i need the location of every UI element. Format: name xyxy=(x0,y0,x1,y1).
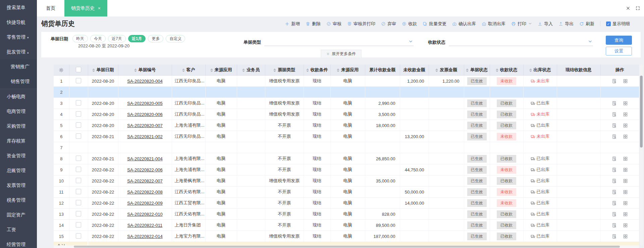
select-all-checkbox[interactable] xyxy=(76,67,81,72)
toolbar-button-审核[interactable]: 审核 xyxy=(326,21,341,27)
table-row-2[interactable]: 2 xyxy=(54,87,639,98)
search-button[interactable]: 查询 xyxy=(606,36,632,45)
table-row-7[interactable]: 7 xyxy=(54,142,639,153)
col-header-出库状态[interactable]: 出库状态 xyxy=(523,65,557,76)
order-number-link[interactable]: SA-20220820-004 xyxy=(127,79,163,84)
row-checkbox[interactable] xyxy=(76,156,81,161)
date-chip-昨天[interactable]: 昨天 xyxy=(72,35,88,42)
expand-more-conditions[interactable]: 展开更多条件 xyxy=(321,50,361,57)
table-row-11[interactable]: 112022-08-22SA-20220822-008江西天佑有限...电脑不开… xyxy=(54,187,639,198)
order-number-link[interactable]: SA-20220822-014 xyxy=(127,234,163,239)
sidebar-item-资金管理[interactable]: 资金管理 xyxy=(0,148,37,163)
view-document-icon[interactable] xyxy=(612,134,617,139)
col-header-来源应用[interactable]: 来源应用 xyxy=(205,65,237,76)
sort-icon[interactable] xyxy=(306,69,309,72)
related-actions-icon[interactable] xyxy=(623,234,628,239)
sort-icon[interactable] xyxy=(92,69,95,72)
order-number-link[interactable]: SA-20220822-007 xyxy=(127,178,163,183)
order-number-link[interactable]: SA-20220821-004 xyxy=(127,156,163,161)
related-actions-icon[interactable] xyxy=(623,156,628,161)
row-checkbox[interactable] xyxy=(76,111,81,117)
settings-button[interactable]: 设置 xyxy=(606,47,632,55)
sidebar-item-零售管理[interactable]: 零售管理▾ xyxy=(0,30,37,44)
related-actions-icon[interactable] xyxy=(623,223,628,228)
order-number-link[interactable]: SA-20220821-002 xyxy=(127,134,163,139)
table-row-12[interactable]: 122022-08-22SA-20220822-009江西工贸有限...电脑不开… xyxy=(54,198,639,209)
toolbar-button-导出[interactable]: 导出 xyxy=(558,21,574,27)
col-header-单据状态[interactable]: 单据状态 xyxy=(464,65,490,76)
view-document-icon[interactable] xyxy=(612,190,617,195)
row-checkbox[interactable] xyxy=(76,178,81,183)
horizontal-scrollbar-thumb[interactable] xyxy=(74,246,620,248)
view-document-icon[interactable] xyxy=(612,223,617,228)
col-header-业务员[interactable]: 业务员 xyxy=(237,65,265,76)
order-number-link[interactable]: SA-20220822-011 xyxy=(127,223,163,228)
table-row-1[interactable]: 12022-08-20SA-20220820-004江西无印良品...电脑增值税… xyxy=(54,76,639,87)
sidebar-item-营销推广[interactable]: 营销推广 xyxy=(0,59,37,74)
sidebar-item-发票管理[interactable]: 发票管理 xyxy=(0,178,37,193)
view-document-icon[interactable] xyxy=(612,234,617,239)
related-actions-icon[interactable] xyxy=(623,190,628,195)
order-number-link[interactable]: SA-20220820-007 xyxy=(127,123,163,128)
order-number-link[interactable]: SA-20220822-006 xyxy=(127,167,163,172)
table-row-5[interactable]: 52022-08-20SA-20220820-007上海先浦有限...电脑不开票… xyxy=(54,120,639,131)
toolbar-button-打印[interactable]: 打印 xyxy=(511,21,532,27)
sort-icon[interactable] xyxy=(337,69,339,72)
col-header-check[interactable] xyxy=(69,65,88,76)
sort-icon[interactable] xyxy=(134,69,137,72)
row-checkbox[interactable] xyxy=(76,222,81,228)
sort-icon[interactable] xyxy=(529,69,532,72)
view-document-icon[interactable] xyxy=(612,112,617,117)
date-chip-今天[interactable]: 今天 xyxy=(90,35,106,42)
row-checkbox[interactable] xyxy=(76,122,81,128)
col-header-收款条件[interactable]: 收款条件 xyxy=(304,65,330,76)
related-actions-icon[interactable] xyxy=(623,123,628,128)
col-header-单据编号[interactable]: 单据编号 xyxy=(118,65,172,76)
fullscreen-icon[interactable] xyxy=(636,6,640,10)
order-number-link[interactable]: SA-20220822-009 xyxy=(127,201,163,206)
order-number-link[interactable]: SA-20220822-008 xyxy=(127,190,163,195)
table-row-15[interactable]: 152022-08-22SA-20220822-014上海宝力有限...电脑增值… xyxy=(54,231,639,242)
sidebar-item-工资[interactable]: 工资 xyxy=(0,222,37,237)
order-number-link[interactable]: SA-20220822-010 xyxy=(127,212,163,217)
sidebar-item-快捷导航[interactable]: 快捷导航 xyxy=(0,15,37,30)
sidebar-item-税务管理[interactable]: 税务管理 xyxy=(0,193,37,207)
date-chip-自定义[interactable]: 自定义 xyxy=(166,35,185,42)
table-row-10[interactable]: 102022-08-22SA-20220822-007上海爱枫有限...电脑增值… xyxy=(54,175,639,187)
order-number-link[interactable]: SA-20220820-005 xyxy=(127,101,163,106)
table-row-14[interactable]: 142022-08-22SA-20220822-011上海日升集团电脑不开票现结… xyxy=(54,220,639,231)
toolbar-button-刷新[interactable]: 刷新 xyxy=(579,21,594,27)
related-actions-icon[interactable] xyxy=(623,79,628,84)
row-checkbox[interactable] xyxy=(76,211,81,216)
show-detail-toggle[interactable]: ✓显示明细 xyxy=(606,21,630,27)
related-actions-icon[interactable] xyxy=(623,167,628,172)
row-checkbox[interactable] xyxy=(76,167,81,172)
vertical-scrollbar-thumb[interactable] xyxy=(640,76,643,148)
view-document-icon[interactable] xyxy=(612,201,617,206)
date-chip-近1月[interactable]: 近1月 xyxy=(128,35,146,42)
close-icon[interactable] xyxy=(626,6,630,10)
sidebar-item-销售管理[interactable]: 销售管理 xyxy=(0,74,37,89)
col-header-来源应用[interactable]: 来源应用 xyxy=(330,65,365,76)
date-chip-近7天[interactable]: 近7天 xyxy=(108,35,126,42)
toolbar-button-弃审[interactable]: 弃审 xyxy=(381,21,396,27)
table-row-13[interactable]: 132022-08-22SA-20220822-010江西天佑有限...电脑不开… xyxy=(54,209,639,220)
tab-首页[interactable]: 首页 xyxy=(39,0,62,16)
related-actions-icon[interactable] xyxy=(623,112,628,117)
view-document-icon[interactable] xyxy=(612,123,617,128)
col-header-收款状态[interactable]: 收款状态 xyxy=(490,65,523,76)
row-checkbox[interactable] xyxy=(76,189,81,194)
order-number-link[interactable]: SA-20220820-006 xyxy=(127,112,163,117)
tab-close-icon[interactable]: × xyxy=(98,6,101,11)
related-actions-icon[interactable] xyxy=(623,201,628,206)
sort-icon[interactable] xyxy=(273,69,276,72)
row-checkbox[interactable] xyxy=(76,233,81,239)
table-row-6[interactable]: 62022-08-21SA-20220821-002江西无印良品...电脑不开票… xyxy=(54,131,639,142)
pay-status-select[interactable] xyxy=(449,37,593,46)
sort-icon[interactable] xyxy=(496,69,498,72)
table-row-3[interactable]: 32022-08-20SA-20220820-005江西无印良品...电脑增值税… xyxy=(54,98,639,109)
sidebar-item-电商管理[interactable]: 电商管理 xyxy=(0,104,37,119)
doc-type-select[interactable] xyxy=(264,37,414,46)
sort-icon[interactable] xyxy=(210,69,213,72)
toolbar-button-删除[interactable]: 删除 xyxy=(306,21,321,27)
